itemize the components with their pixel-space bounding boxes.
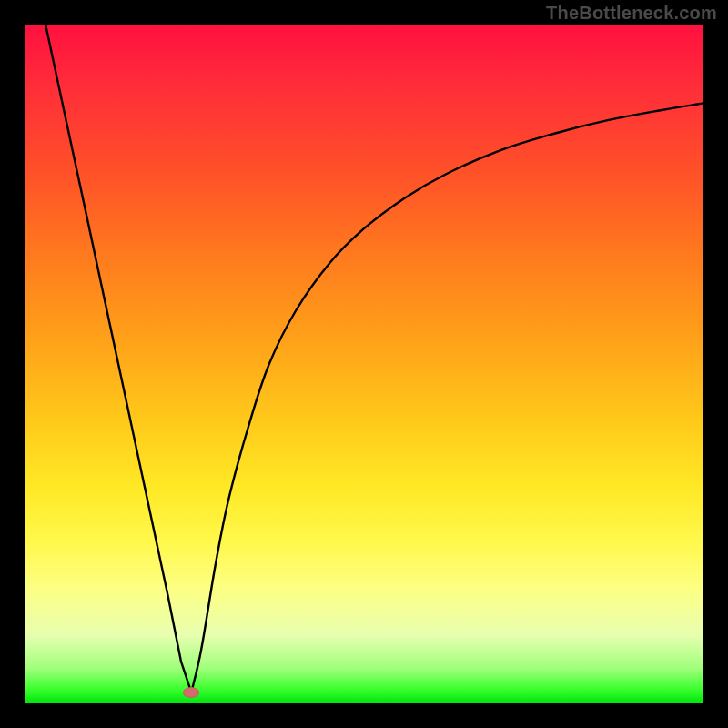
watermark-text: TheBottleneck.com [546,3,717,24]
chart-frame: TheBottleneck.com [0,0,728,728]
bottleneck-curve [46,25,703,693]
curve-overlay [25,25,703,703]
minimum-marker [183,687,199,698]
